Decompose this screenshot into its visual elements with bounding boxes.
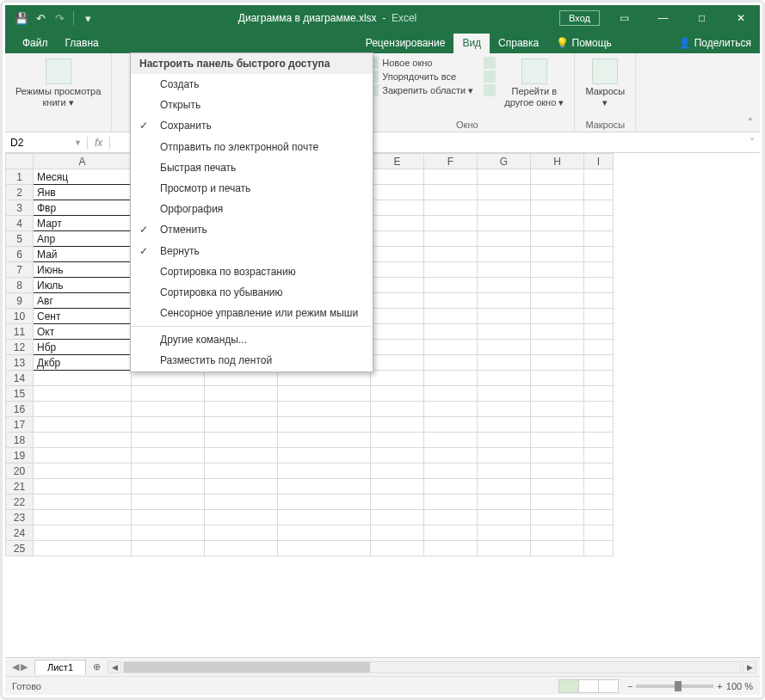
- cell[interactable]: [205, 417, 278, 433]
- cell[interactable]: [34, 510, 132, 525]
- cell[interactable]: [371, 324, 424, 340]
- cell[interactable]: [478, 510, 531, 525]
- cell[interactable]: Апр: [34, 231, 132, 247]
- cell[interactable]: [531, 464, 584, 479]
- cell[interactable]: [34, 464, 132, 479]
- cell[interactable]: [531, 309, 584, 324]
- cell[interactable]: Авг: [34, 293, 132, 309]
- row-header[interactable]: 20: [6, 464, 34, 479]
- cell[interactable]: [478, 433, 531, 448]
- cell[interactable]: [584, 278, 614, 293]
- menu-item-9[interactable]: Сортировка по возрастанию: [131, 261, 373, 282]
- cell[interactable]: [278, 402, 371, 417]
- cell[interactable]: [531, 371, 584, 386]
- cell[interactable]: [584, 231, 614, 247]
- cell[interactable]: [205, 464, 278, 479]
- cell[interactable]: [478, 324, 531, 340]
- cell[interactable]: [424, 494, 478, 510]
- cell[interactable]: [478, 247, 531, 262]
- cell[interactable]: [584, 448, 614, 464]
- cell[interactable]: [132, 448, 205, 464]
- cell[interactable]: [132, 541, 205, 556]
- cell[interactable]: [424, 525, 478, 541]
- cell[interactable]: [584, 541, 614, 556]
- cell[interactable]: [584, 169, 614, 185]
- split-button[interactable]: [484, 57, 496, 69]
- cell[interactable]: [531, 355, 584, 371]
- maximize-icon[interactable]: □: [682, 5, 721, 31]
- macros-button[interactable]: Макросы ▾: [582, 57, 628, 109]
- qat-customize-icon[interactable]: ▾: [80, 10, 96, 26]
- cell[interactable]: [424, 464, 478, 479]
- cell[interactable]: [424, 200, 478, 216]
- cell[interactable]: [478, 464, 531, 479]
- menu-item-2[interactable]: ✓Сохранить: [131, 115, 373, 136]
- tab-search[interactable]: 💡 Помощь: [547, 34, 620, 53]
- row-header[interactable]: 10: [6, 309, 34, 324]
- switch-windows-button[interactable]: Перейти в другое окно ▾: [501, 57, 567, 109]
- cell[interactable]: [205, 541, 278, 556]
- cell[interactable]: [424, 386, 478, 402]
- cell[interactable]: [584, 525, 614, 541]
- cell[interactable]: Март: [34, 216, 132, 231]
- cell[interactable]: [205, 386, 278, 402]
- tab-help[interactable]: Справка: [490, 34, 547, 53]
- cell[interactable]: [531, 324, 584, 340]
- cell[interactable]: [478, 386, 531, 402]
- cell[interactable]: [34, 525, 132, 541]
- row-header[interactable]: 12: [6, 340, 34, 355]
- cell[interactable]: [478, 278, 531, 293]
- name-box[interactable]: D2▼: [5, 137, 88, 149]
- cell[interactable]: [278, 371, 371, 386]
- row-header[interactable]: 5: [6, 231, 34, 247]
- sheet-nav-prev-icon[interactable]: ◀: [12, 661, 19, 672]
- cell[interactable]: [584, 371, 614, 386]
- cell[interactable]: [531, 510, 584, 525]
- cell[interactable]: [478, 479, 531, 494]
- chevron-down-icon[interactable]: ▼: [74, 138, 82, 147]
- row-header[interactable]: 2: [6, 185, 34, 200]
- cell[interactable]: [584, 386, 614, 402]
- cell[interactable]: [371, 494, 424, 510]
- cell[interactable]: [371, 417, 424, 433]
- row-header[interactable]: 1: [6, 169, 34, 185]
- cell[interactable]: [424, 247, 478, 262]
- cell[interactable]: [132, 479, 205, 494]
- cell[interactable]: [34, 541, 132, 556]
- col-header[interactable]: A: [34, 154, 132, 169]
- row-header[interactable]: 13: [6, 355, 34, 371]
- menu-item-4[interactable]: Быстрая печать: [131, 157, 373, 178]
- cell[interactable]: [278, 510, 371, 525]
- row-header[interactable]: 4: [6, 216, 34, 231]
- cell[interactable]: [34, 417, 132, 433]
- workbook-views-button[interactable]: Режимы просмотра книги ▾: [12, 57, 104, 109]
- row-header[interactable]: 22: [6, 494, 34, 510]
- cell[interactable]: [478, 293, 531, 309]
- cell[interactable]: [424, 448, 478, 464]
- cell[interactable]: [424, 278, 478, 293]
- cell[interactable]: [531, 216, 584, 231]
- col-header[interactable]: I: [584, 154, 614, 169]
- page-layout-view-button[interactable]: [578, 679, 599, 693]
- row-header[interactable]: 16: [6, 402, 34, 417]
- cell[interactable]: [278, 525, 371, 541]
- cell[interactable]: [371, 200, 424, 216]
- cell[interactable]: [371, 464, 424, 479]
- cell[interactable]: [132, 371, 205, 386]
- menu-item-11[interactable]: Сенсорное управление или режим мыши: [131, 303, 373, 323]
- hscroll-left-icon[interactable]: ◀: [108, 661, 121, 673]
- row-header[interactable]: 6: [6, 247, 34, 262]
- row-header[interactable]: 7: [6, 262, 34, 278]
- cell[interactable]: [278, 494, 371, 510]
- cell[interactable]: [478, 309, 531, 324]
- menu-item-8[interactable]: ✓Вернуть: [131, 241, 373, 261]
- cell[interactable]: [531, 262, 584, 278]
- cell[interactable]: [205, 525, 278, 541]
- col-header[interactable]: G: [478, 154, 531, 169]
- cell[interactable]: Фвр: [34, 200, 132, 216]
- cell[interactable]: [584, 200, 614, 216]
- row-header[interactable]: 3: [6, 200, 34, 216]
- fx-icon[interactable]: fx: [88, 137, 110, 149]
- zoom-level[interactable]: 100 %: [726, 681, 753, 691]
- cell[interactable]: [531, 386, 584, 402]
